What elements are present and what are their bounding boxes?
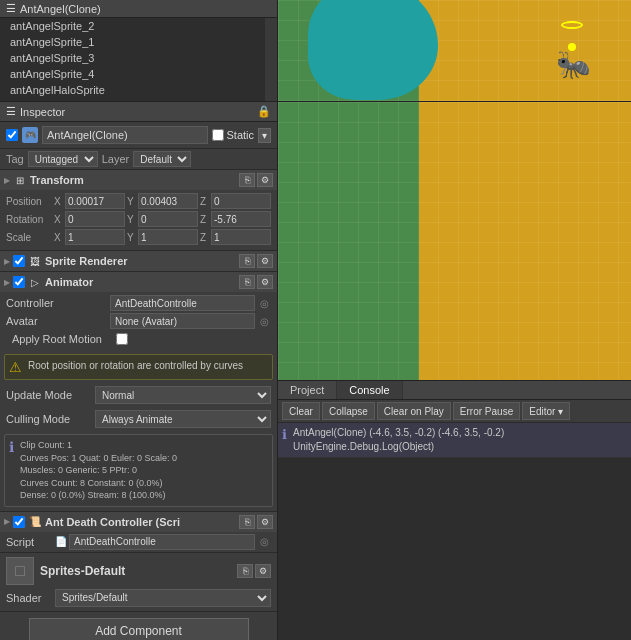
pos-x-field: X <box>54 193 125 209</box>
console-clear-btn[interactable]: Clear <box>282 402 320 420</box>
shader-label: Shader <box>6 592 51 604</box>
right-panel: Project Console Clear Collapse Clear on … <box>278 102 631 640</box>
shader-select[interactable]: Sprites/Default <box>55 589 271 607</box>
update-mode-label: Update Mode <box>6 389 91 401</box>
animator-fields: Controller ◎ Avatar ◎ Apply Root <box>0 292 277 350</box>
ant-death-title: Ant Death Controller (Scri <box>45 516 236 528</box>
animator-active[interactable] <box>13 276 25 288</box>
info-line-5: Dense: 0 (0.0%) Stream: 8 (100.0%) <box>20 489 177 502</box>
animator-title: Animator <box>45 276 236 288</box>
sprite-renderer-actions: ⎘ ⚙ <box>239 254 273 268</box>
ant-death-component: ▶ 📜 Ant Death Controller (Scri ⎘ ⚙ Scrip… <box>0 512 277 553</box>
animator-header[interactable]: ▶ ▷ Animator ⎘ ⚙ <box>0 272 277 292</box>
hierarchy-icon: ☰ <box>6 2 16 15</box>
console-editor-btn[interactable]: Editor <box>522 402 570 420</box>
rot-x-input[interactable] <box>65 211 125 227</box>
console-clear-on-play-btn[interactable]: Clear on Play <box>377 402 451 420</box>
transform-title: Transform <box>30 174 236 186</box>
avatar-label: Avatar <box>6 315 106 327</box>
warning-icon: ⚠ <box>9 359 22 375</box>
sprite-renderer-header[interactable]: ▶ 🖼 Sprite Renderer ⎘ ⚙ <box>0 251 277 271</box>
hierarchy-title-label: AntAngel(Clone) <box>20 3 101 15</box>
tab-console[interactable]: Console <box>337 381 402 399</box>
console-item[interactable]: ℹ AntAngel(Clone) (-4.6, 3.5, -0.2) (-4.… <box>278 423 631 458</box>
ant-death-active[interactable] <box>13 516 25 528</box>
layer-select[interactable]: Default <box>133 151 191 167</box>
update-mode-select[interactable]: Normal <box>95 386 271 404</box>
ant-death-settings-btn[interactable]: ⚙ <box>257 515 273 529</box>
scale-x-label: X <box>54 232 64 243</box>
list-item[interactable]: antAngelSprite_4 <box>0 66 265 82</box>
pos-x-input[interactable] <box>65 193 125 209</box>
static-checkbox[interactable] <box>212 129 224 141</box>
avatar-pick-btn[interactable]: ◎ <box>257 314 271 328</box>
inspector-icon: ☰ <box>6 105 16 118</box>
sprites-settings-btn[interactable]: ⚙ <box>255 564 271 578</box>
shader-row: Shader Sprites/Default <box>6 589 271 607</box>
script-pick-btn[interactable]: ◎ <box>257 535 271 549</box>
pos-y-input[interactable] <box>138 193 198 209</box>
rot-x-label: X <box>54 214 64 225</box>
layer-label: Layer <box>102 153 130 165</box>
sprites-title: Sprites-Default <box>40 564 125 578</box>
scene-halo <box>561 21 583 29</box>
bottom-tabs: Project Console <box>278 381 631 400</box>
add-component-button[interactable]: Add Component <box>29 618 249 640</box>
hierarchy-title: ☰ AntAngel(Clone) <box>0 0 277 18</box>
scale-y-field: Y <box>127 229 198 245</box>
pos-z-input[interactable] <box>211 193 271 209</box>
lock-icon[interactable]: 🔒 <box>257 105 271 118</box>
apply-root-checkbox[interactable] <box>116 333 128 345</box>
transform-settings-btn[interactable]: ⚙ <box>257 173 273 187</box>
console-collapse-btn[interactable]: Collapse <box>322 402 375 420</box>
scale-y-label: Y <box>127 232 137 243</box>
rot-y-input[interactable] <box>138 211 198 227</box>
animator-copy-btn[interactable]: ⎘ <box>239 275 255 289</box>
warning-box: ⚠ Root position or rotation are controll… <box>4 354 273 380</box>
transform-header[interactable]: ▶ ⊞ Transform ⎘ ⚙ <box>0 170 277 190</box>
sprite-renderer-copy-btn[interactable]: ⎘ <box>239 254 255 268</box>
static-dropdown[interactable]: ▾ <box>258 128 271 143</box>
culling-mode-select[interactable]: Always Animate <box>95 410 271 428</box>
ant-death-header[interactable]: ▶ 📜 Ant Death Controller (Scri ⎘ ⚙ <box>0 512 277 532</box>
tab-project[interactable]: Project <box>278 381 337 399</box>
sprites-copy-btn[interactable]: ⎘ <box>237 564 253 578</box>
avatar-input[interactable] <box>110 313 255 329</box>
rotation-xyz: X Y Z <box>54 211 271 227</box>
sprite-renderer-settings-btn[interactable]: ⚙ <box>257 254 273 268</box>
scale-x-input[interactable] <box>65 229 125 245</box>
rot-z-field: Z <box>200 211 271 227</box>
scale-row: Scale X Y Z <box>6 229 271 245</box>
transform-copy-btn[interactable]: ⎘ <box>239 173 255 187</box>
animator-settings-btn[interactable]: ⚙ <box>257 275 273 289</box>
animator-actions: ⎘ ⚙ <box>239 275 273 289</box>
controller-pick-btn[interactable]: ◎ <box>257 296 271 310</box>
list-item[interactable]: antAngelSprite_3 <box>0 50 265 66</box>
ant-death-copy-btn[interactable]: ⎘ <box>239 515 255 529</box>
scene-view[interactable]: 🐜 <box>278 0 631 101</box>
main-area: ☰ Inspector 🔒 🎮 Static ▾ Tag Untagged La… <box>0 102 631 640</box>
console-error-pause-btn[interactable]: Error Pause <box>453 402 520 420</box>
script-row: Script 📄 ◎ <box>0 532 277 552</box>
object-active-checkbox[interactable] <box>6 129 18 141</box>
pos-z-field: Z <box>200 193 271 209</box>
scale-y-input[interactable] <box>138 229 198 245</box>
sprite-renderer-active[interactable] <box>13 255 25 267</box>
script-input[interactable] <box>69 534 255 550</box>
list-item[interactable]: antAngelSprite_1 <box>0 34 265 50</box>
scale-z-input[interactable] <box>211 229 271 245</box>
rot-z-input[interactable] <box>211 211 271 227</box>
controller-input[interactable] <box>110 295 255 311</box>
console-item-text: AntAngel(Clone) (-4.6, 3.5, -0.2) (-4.6,… <box>293 426 504 454</box>
hierarchy-scrollbar[interactable] <box>265 18 277 101</box>
list-item[interactable]: antAngelSprite_2 <box>0 18 265 34</box>
scale-z-label: Z <box>200 232 210 243</box>
rot-x-field: X <box>54 211 125 227</box>
position-xyz: X Y Z <box>54 193 271 209</box>
apply-root-label: Apply Root Motion <box>12 333 112 345</box>
transform-actions: ⎘ ⚙ <box>239 173 273 187</box>
tag-select[interactable]: Untagged <box>28 151 98 167</box>
bottom-panel: Project Console Clear Collapse Clear on … <box>278 380 631 640</box>
object-name-input[interactable] <box>42 126 208 144</box>
list-item[interactable]: antAngelHaloSprite <box>0 82 265 98</box>
